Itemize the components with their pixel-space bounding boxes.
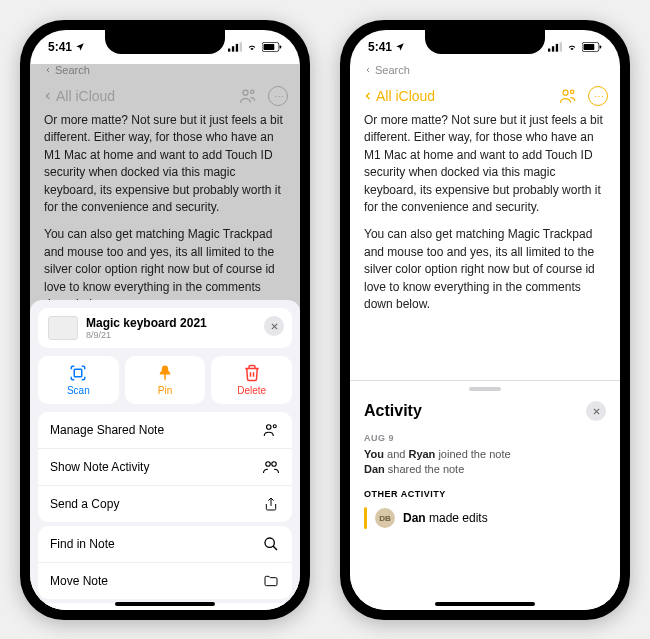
svg-rect-3	[240, 42, 242, 51]
svg-line-19	[273, 546, 277, 550]
home-indicator[interactable]	[435, 602, 535, 606]
more-icon[interactable]: ⋯	[588, 86, 608, 106]
drag-handle[interactable]	[469, 387, 501, 391]
chevron-left-icon	[364, 66, 372, 74]
home-indicator[interactable]	[115, 602, 215, 606]
location-icon	[75, 42, 85, 52]
sheet-header: Magic keyboard 2021 8/9/21	[38, 308, 292, 348]
svg-rect-30	[584, 44, 595, 50]
back-label: All iCloud	[376, 88, 435, 104]
close-icon	[270, 322, 279, 331]
svg-point-15	[273, 425, 276, 428]
back-label: All iCloud	[56, 88, 115, 104]
svg-rect-31	[600, 45, 602, 48]
back-button[interactable]: All iCloud	[42, 88, 115, 104]
svg-point-8	[251, 90, 254, 93]
status-time: 5:41	[368, 40, 392, 54]
svg-rect-2	[236, 44, 238, 52]
trash-icon	[243, 364, 261, 382]
chevron-left-icon	[362, 88, 374, 104]
collaborate-icon[interactable]	[558, 86, 578, 106]
battery-icon	[262, 42, 282, 52]
pin-button[interactable]: Pin	[125, 356, 206, 404]
close-icon	[592, 407, 601, 416]
note-paragraph: Or more matte? Not sure but it just feel…	[364, 112, 606, 216]
more-icon[interactable]: ⋯	[268, 86, 288, 106]
location-icon	[395, 42, 405, 52]
nav-bar: All iCloud ⋯	[350, 80, 620, 112]
svg-point-18	[265, 538, 274, 547]
svg-rect-0	[228, 49, 230, 52]
note-paragraph: You can also get matching Magic Trackpad…	[364, 226, 606, 313]
menu-show-activity[interactable]: Show Note Activity	[38, 449, 292, 486]
nav-bar: All iCloud ⋯	[30, 80, 300, 112]
action-sheet: Magic keyboard 2021 8/9/21 Scan Pin	[30, 300, 300, 610]
menu-find[interactable]: Find in Note	[38, 526, 292, 563]
svg-point-14	[267, 425, 272, 430]
signal-icon	[548, 42, 562, 52]
folder-icon	[262, 572, 280, 590]
svg-point-17	[272, 462, 277, 467]
menu-send-copy[interactable]: Send a Copy	[38, 486, 292, 522]
activity-panel: Activity AUG 9 You and Ryan joined the n…	[350, 380, 620, 610]
battery-icon	[582, 42, 602, 52]
activity-title: Activity	[364, 402, 422, 420]
scan-button[interactable]: Scan	[38, 356, 119, 404]
menu-manage-shared[interactable]: Manage Shared Note	[38, 412, 292, 449]
activity-date: AUG 9	[364, 433, 606, 443]
chevron-left-icon	[42, 88, 54, 104]
search-icon	[262, 535, 280, 553]
share-icon	[262, 495, 280, 513]
svg-rect-1	[232, 46, 234, 51]
search-field[interactable]: Search	[44, 64, 286, 76]
back-button[interactable]: All iCloud	[362, 88, 435, 104]
scan-icon	[69, 364, 87, 382]
avatar: DB	[375, 508, 395, 528]
pin-icon	[156, 364, 174, 382]
delete-button[interactable]: Delete	[211, 356, 292, 404]
svg-point-32	[563, 90, 568, 95]
svg-rect-28	[560, 42, 562, 51]
activity-entry: You and Ryan joined the note	[364, 448, 606, 460]
activity-section: OTHER ACTIVITY	[364, 489, 606, 499]
svg-rect-5	[264, 44, 275, 50]
chevron-left-icon	[44, 66, 52, 74]
note-thumbnail	[48, 316, 78, 340]
wifi-icon	[245, 42, 259, 52]
activity-entry: Dan shared the note	[364, 463, 606, 475]
activity-edit-entry[interactable]: DB Dan made edits	[364, 507, 606, 529]
collaborate-icon	[262, 421, 280, 439]
people-icon	[262, 458, 280, 476]
svg-rect-27	[556, 44, 558, 52]
note-paragraph: Or more matte? Not sure but it just feel…	[44, 112, 286, 216]
signal-icon	[228, 42, 242, 52]
sheet-subtitle: 8/9/21	[86, 330, 207, 340]
highlight-bar	[364, 507, 367, 529]
close-button[interactable]	[586, 401, 606, 421]
status-time: 5:41	[48, 40, 72, 54]
svg-point-33	[571, 90, 574, 93]
menu-move[interactable]: Move Note	[38, 563, 292, 599]
close-button[interactable]	[264, 316, 284, 336]
svg-rect-6	[280, 45, 282, 48]
svg-rect-11	[75, 369, 83, 377]
collaborate-icon[interactable]	[238, 86, 258, 106]
svg-point-16	[266, 462, 271, 467]
search-field[interactable]: Search	[364, 64, 606, 76]
svg-point-7	[243, 90, 248, 95]
svg-rect-25	[548, 49, 550, 52]
svg-rect-26	[552, 46, 554, 51]
sheet-title: Magic keyboard 2021	[86, 316, 207, 330]
wifi-icon	[565, 42, 579, 52]
